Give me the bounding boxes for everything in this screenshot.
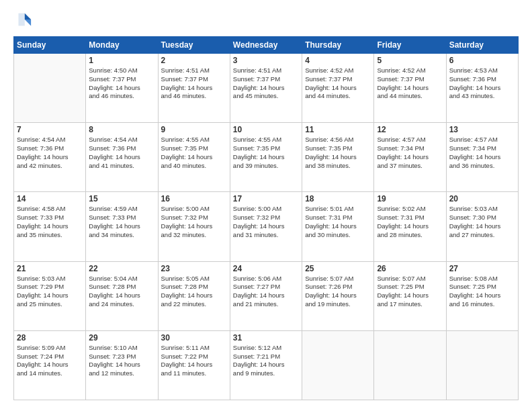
- calendar-header-tuesday: Tuesday: [158, 37, 230, 54]
- logo-icon: [13, 11, 32, 30]
- calendar-cell: [14, 54, 86, 123]
- day-number: 15: [89, 194, 154, 203]
- calendar-cell: 30Sunrise: 5:11 AM Sunset: 7:22 PM Dayli…: [158, 330, 230, 400]
- day-number: 2: [161, 56, 227, 65]
- day-number: 4: [305, 56, 371, 65]
- day-info: Sunrise: 5:10 AM Sunset: 7:23 PM Dayligh…: [89, 344, 154, 378]
- calendar-cell: 31Sunrise: 5:12 AM Sunset: 7:21 PM Dayli…: [230, 330, 302, 400]
- day-number: 7: [17, 125, 83, 134]
- day-number: 16: [161, 194, 227, 203]
- day-number: 19: [377, 194, 443, 203]
- day-number: 11: [305, 125, 371, 134]
- day-number: 18: [305, 194, 371, 203]
- svg-marker-0: [25, 13, 31, 19]
- day-number: 24: [233, 264, 299, 273]
- day-number: 30: [161, 333, 227, 342]
- day-info: Sunrise: 4:58 AM Sunset: 7:33 PM Dayligh…: [17, 205, 83, 239]
- calendar-cell: [374, 330, 446, 400]
- day-number: 21: [17, 264, 83, 273]
- calendar-cell: 18Sunrise: 5:01 AM Sunset: 7:31 PM Dayli…: [302, 192, 374, 261]
- calendar-cell: 16Sunrise: 5:00 AM Sunset: 7:32 PM Dayli…: [158, 192, 230, 261]
- calendar-cell: 3Sunrise: 4:51 AM Sunset: 7:37 PM Daylig…: [230, 54, 302, 123]
- calendar-cell: 6Sunrise: 4:53 AM Sunset: 7:36 PM Daylig…: [446, 54, 518, 123]
- calendar-cell: 10Sunrise: 4:55 AM Sunset: 7:35 PM Dayli…: [230, 123, 302, 192]
- day-info: Sunrise: 4:55 AM Sunset: 7:35 PM Dayligh…: [233, 136, 299, 170]
- day-number: 17: [233, 194, 299, 203]
- day-info: Sunrise: 4:51 AM Sunset: 7:37 PM Dayligh…: [233, 66, 299, 101]
- calendar-cell: 25Sunrise: 5:07 AM Sunset: 7:26 PM Dayli…: [302, 261, 374, 330]
- header: [13, 11, 519, 30]
- calendar-header-thursday: Thursday: [302, 37, 374, 54]
- day-number: 5: [377, 56, 443, 65]
- calendar-week-1: 1Sunrise: 4:50 AM Sunset: 7:37 PM Daylig…: [14, 54, 519, 123]
- day-info: Sunrise: 5:11 AM Sunset: 7:22 PM Dayligh…: [161, 344, 227, 378]
- day-info: Sunrise: 5:00 AM Sunset: 7:32 PM Dayligh…: [161, 205, 227, 239]
- day-info: Sunrise: 5:07 AM Sunset: 7:26 PM Dayligh…: [305, 275, 371, 309]
- day-info: Sunrise: 5:02 AM Sunset: 7:31 PM Dayligh…: [377, 205, 443, 239]
- day-info: Sunrise: 5:09 AM Sunset: 7:24 PM Dayligh…: [17, 344, 83, 378]
- day-number: 13: [449, 125, 515, 134]
- calendar-header-sunday: Sunday: [14, 37, 86, 54]
- day-info: Sunrise: 4:50 AM Sunset: 7:37 PM Dayligh…: [89, 66, 154, 101]
- day-number: 14: [17, 194, 83, 203]
- calendar-week-5: 28Sunrise: 5:09 AM Sunset: 7:24 PM Dayli…: [14, 330, 519, 400]
- day-info: Sunrise: 5:08 AM Sunset: 7:25 PM Dayligh…: [449, 275, 515, 309]
- day-number: 6: [449, 56, 515, 65]
- day-info: Sunrise: 5:00 AM Sunset: 7:32 PM Dayligh…: [233, 205, 299, 239]
- day-number: 1: [89, 56, 154, 65]
- calendar-week-2: 7Sunrise: 4:54 AM Sunset: 7:36 PM Daylig…: [14, 123, 519, 192]
- calendar-cell: 11Sunrise: 4:56 AM Sunset: 7:35 PM Dayli…: [302, 123, 374, 192]
- day-number: 20: [449, 194, 515, 203]
- day-number: 31: [233, 333, 299, 342]
- calendar-header-monday: Monday: [86, 37, 158, 54]
- calendar-cell: 5Sunrise: 4:52 AM Sunset: 7:37 PM Daylig…: [374, 54, 446, 123]
- calendar-cell: 28Sunrise: 5:09 AM Sunset: 7:24 PM Dayli…: [14, 330, 86, 400]
- calendar-cell: 19Sunrise: 5:02 AM Sunset: 7:31 PM Dayli…: [374, 192, 446, 261]
- calendar-header-friday: Friday: [374, 37, 446, 54]
- calendar-cell: 26Sunrise: 5:07 AM Sunset: 7:25 PM Dayli…: [374, 261, 446, 330]
- day-info: Sunrise: 5:12 AM Sunset: 7:21 PM Dayligh…: [233, 344, 299, 378]
- calendar-cell: [446, 330, 518, 400]
- day-info: Sunrise: 4:52 AM Sunset: 7:37 PM Dayligh…: [305, 66, 371, 101]
- calendar-cell: [302, 330, 374, 400]
- day-number: 8: [89, 125, 154, 134]
- day-info: Sunrise: 4:59 AM Sunset: 7:33 PM Dayligh…: [89, 205, 154, 239]
- day-number: 29: [89, 333, 154, 342]
- day-info: Sunrise: 4:57 AM Sunset: 7:34 PM Dayligh…: [449, 136, 515, 170]
- day-info: Sunrise: 5:01 AM Sunset: 7:31 PM Dayligh…: [305, 205, 371, 239]
- day-info: Sunrise: 4:54 AM Sunset: 7:36 PM Dayligh…: [89, 136, 154, 170]
- day-info: Sunrise: 4:56 AM Sunset: 7:35 PM Dayligh…: [305, 136, 371, 170]
- day-info: Sunrise: 4:54 AM Sunset: 7:36 PM Dayligh…: [17, 136, 83, 170]
- calendar-cell: 8Sunrise: 4:54 AM Sunset: 7:36 PM Daylig…: [86, 123, 158, 192]
- calendar-cell: 2Sunrise: 4:51 AM Sunset: 7:37 PM Daylig…: [158, 54, 230, 123]
- day-info: Sunrise: 5:05 AM Sunset: 7:28 PM Dayligh…: [161, 275, 227, 309]
- calendar-cell: 9Sunrise: 4:55 AM Sunset: 7:35 PM Daylig…: [158, 123, 230, 192]
- page: SundayMondayTuesdayWednesdayThursdayFrid…: [0, 0, 532, 411]
- svg-marker-2: [18, 13, 24, 26]
- day-info: Sunrise: 4:55 AM Sunset: 7:35 PM Dayligh…: [161, 136, 227, 170]
- day-info: Sunrise: 4:57 AM Sunset: 7:34 PM Dayligh…: [377, 136, 443, 170]
- calendar-cell: 13Sunrise: 4:57 AM Sunset: 7:34 PM Dayli…: [446, 123, 518, 192]
- calendar-cell: 1Sunrise: 4:50 AM Sunset: 7:37 PM Daylig…: [86, 54, 158, 123]
- calendar-week-4: 21Sunrise: 5:03 AM Sunset: 7:29 PM Dayli…: [14, 261, 519, 330]
- calendar-cell: 23Sunrise: 5:05 AM Sunset: 7:28 PM Dayli…: [158, 261, 230, 330]
- calendar-cell: 27Sunrise: 5:08 AM Sunset: 7:25 PM Dayli…: [446, 261, 518, 330]
- calendar-cell: 14Sunrise: 4:58 AM Sunset: 7:33 PM Dayli…: [14, 192, 86, 261]
- day-number: 10: [233, 125, 299, 134]
- calendar-cell: 4Sunrise: 4:52 AM Sunset: 7:37 PM Daylig…: [302, 54, 374, 123]
- svg-marker-1: [25, 19, 31, 26]
- calendar-cell: 17Sunrise: 5:00 AM Sunset: 7:32 PM Dayli…: [230, 192, 302, 261]
- day-info: Sunrise: 5:04 AM Sunset: 7:28 PM Dayligh…: [89, 275, 154, 309]
- calendar-cell: 15Sunrise: 4:59 AM Sunset: 7:33 PM Dayli…: [86, 192, 158, 261]
- day-number: 3: [233, 56, 299, 65]
- calendar-cell: 29Sunrise: 5:10 AM Sunset: 7:23 PM Dayli…: [86, 330, 158, 400]
- calendar-week-3: 14Sunrise: 4:58 AM Sunset: 7:33 PM Dayli…: [14, 192, 519, 261]
- calendar-cell: 7Sunrise: 4:54 AM Sunset: 7:36 PM Daylig…: [14, 123, 86, 192]
- calendar-cell: 20Sunrise: 5:03 AM Sunset: 7:30 PM Dayli…: [446, 192, 518, 261]
- day-number: 22: [89, 264, 154, 273]
- day-number: 28: [17, 333, 83, 342]
- calendar-header-row: SundayMondayTuesdayWednesdayThursdayFrid…: [14, 37, 519, 54]
- day-info: Sunrise: 4:53 AM Sunset: 7:36 PM Dayligh…: [449, 66, 515, 101]
- calendar-cell: 24Sunrise: 5:06 AM Sunset: 7:27 PM Dayli…: [230, 261, 302, 330]
- day-info: Sunrise: 5:03 AM Sunset: 7:30 PM Dayligh…: [449, 205, 515, 239]
